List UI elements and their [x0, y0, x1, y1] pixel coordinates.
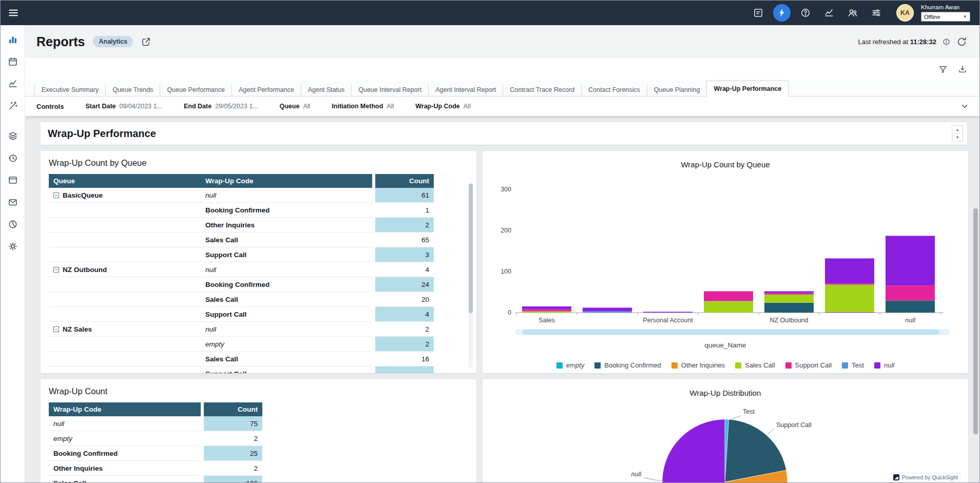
report-tab[interactable]: Wrap-Up Performance	[706, 81, 789, 96]
pivot-row: Booking Confirmed24	[49, 277, 468, 292]
settings-sliders-button[interactable]	[868, 4, 885, 22]
queue-cell	[49, 337, 201, 352]
queue-cell	[49, 233, 201, 247]
report-tab[interactable]: Agent Interval Report	[428, 84, 503, 96]
filter-name: Wrap-Up Code	[415, 103, 460, 110]
x-axis-title: queue_Name	[491, 341, 960, 349]
layers-icon	[8, 131, 18, 141]
filter-icon	[938, 65, 948, 74]
legend-item[interactable]: Test	[842, 361, 864, 369]
svg-text:null: null	[905, 317, 916, 324]
sidebar-item-mail[interactable]	[4, 193, 22, 211]
filter-button[interactable]	[938, 65, 948, 74]
wrapup-code-cell: Booking Confirmed	[201, 203, 372, 218]
report-tab[interactable]: Agent Performance	[232, 84, 301, 96]
column-header-wrapup-code[interactable]: Wrap-Up Code	[49, 402, 201, 416]
help-button[interactable]	[797, 4, 814, 22]
report-tab[interactable]: Queue Trends	[105, 84, 160, 96]
metrics-button[interactable]	[820, 4, 838, 22]
queue-cell	[49, 203, 201, 218]
legend-item[interactable]: Support Call	[785, 361, 832, 369]
sidebar-item-layers[interactable]	[4, 127, 22, 145]
legend-item[interactable]: null	[874, 361, 894, 369]
wrapup-code-cell: Booking Confirmed	[201, 277, 372, 292]
svg-text:0: 0	[508, 309, 511, 316]
report-tab[interactable]: Agent Status	[301, 84, 352, 96]
controls-collapse-button[interactable]	[960, 102, 969, 111]
report-tab[interactable]: Queue Planning	[647, 84, 707, 96]
queue-cell	[49, 366, 201, 373]
report-container: Executive SummaryQueue TrendsQueue Perfo…	[25, 58, 979, 482]
help-icon	[800, 8, 811, 18]
table-header: Wrap-Up Code Count	[49, 402, 468, 416]
queue-cell	[49, 247, 201, 262]
scroll-down-icon[interactable]: ▼	[952, 134, 963, 142]
report-tab[interactable]: Contract Trace Record	[503, 84, 581, 96]
legend-item[interactable]: Sales Call	[735, 361, 775, 369]
sidebar-item-magic-wand[interactable]	[4, 96, 22, 115]
chart-hscrollbar-thumb[interactable]	[523, 330, 939, 335]
queue-cell	[49, 352, 201, 366]
table-row: Booking Confirmed25	[49, 446, 468, 461]
wrapup-code-cell: Sales Call	[201, 233, 372, 247]
report-tab[interactable]: Contact Forensics	[581, 84, 647, 96]
table-scrollbar[interactable]	[469, 183, 473, 368]
collapse-icon[interactable]	[53, 267, 59, 273]
column-header-count[interactable]: Count	[204, 402, 262, 416]
analytics-flash-button[interactable]	[773, 4, 791, 22]
avatar[interactable]: KA	[896, 4, 914, 22]
report-tab[interactable]: Queue Performance	[160, 84, 232, 96]
column-header-queue[interactable]: Queue	[49, 174, 201, 188]
count-cell: 2	[375, 218, 434, 233]
sidebar-item-donut-chart[interactable]	[4, 215, 22, 234]
sidebar-item-gear[interactable]	[4, 237, 22, 256]
chart-legend: emptyBooking ConfirmedOther InquiriesSal…	[491, 361, 960, 369]
card-wrapup-distribution: Wrap-Up Distribution TestSupport Callnul…	[483, 379, 968, 482]
column-header-wrapup-code[interactable]: Wrap-Up Code	[201, 174, 372, 188]
collapse-icon[interactable]	[53, 326, 59, 332]
notes-button[interactable]	[750, 4, 767, 22]
card-wrapup-count-by-queue-chart: Wrap-Up Count by Queue 0100200300SalesPe…	[483, 151, 968, 373]
legend-item[interactable]: empty	[556, 361, 584, 369]
sidebar-item-calendar[interactable]	[4, 52, 22, 71]
open-in-new-tab-button[interactable]	[141, 37, 151, 47]
dashboard: Wrap-Up Performance ▲ ▼ Wrap-Up Count by…	[25, 116, 979, 482]
chart-hscrollbar[interactable]	[515, 329, 950, 335]
agent-status-select[interactable]: Offline ▼	[921, 12, 970, 22]
users-button[interactable]	[844, 4, 861, 22]
report-tabs: Executive SummaryQueue TrendsQueue Perfo…	[25, 81, 979, 96]
pivot-table-header: Queue Wrap-Up Code Count	[49, 174, 468, 188]
count-cell: 20	[375, 292, 434, 307]
control-filter[interactable]: Wrap-Up CodeAll	[415, 103, 470, 110]
legend-item[interactable]: Other Inquiries	[671, 361, 725, 369]
control-filter[interactable]: QueueAll	[280, 103, 311, 110]
export-button[interactable]	[958, 65, 967, 74]
report-tab[interactable]: Queue Interval Report	[351, 84, 428, 96]
control-filter[interactable]: Initiation MethodAll	[332, 103, 394, 110]
table-scrollbar-thumb[interactable]	[469, 184, 473, 313]
sidebar-item-bar-chart[interactable]	[4, 30, 22, 49]
scroll-up-icon[interactable]: ▲	[952, 126, 963, 134]
sheet-scroll-widget[interactable]: ▲ ▼	[952, 125, 963, 142]
control-filter[interactable]: Start Date09/04/2023 1...	[85, 103, 162, 110]
sidebar-item-line-chart[interactable]	[4, 74, 22, 93]
pivot-row: NZ Outboundnull4	[49, 262, 468, 277]
page-scrollbar-thumb[interactable]	[973, 208, 978, 434]
pivot-row: Other Inquiries2	[49, 218, 468, 233]
legend-label: Other Inquiries	[681, 361, 725, 369]
count-cell: 106	[204, 476, 262, 482]
refresh-button[interactable]	[956, 36, 967, 47]
page-scrollbar[interactable]	[973, 207, 978, 480]
count-cell: 2	[375, 322, 434, 337]
control-filter[interactable]: End Date29/05/2023 1...	[184, 103, 258, 110]
column-header-count[interactable]: Count	[375, 174, 434, 188]
count-cell: 25	[204, 446, 262, 461]
hamburger-menu-button[interactable]	[8, 7, 19, 18]
sidebar-item-window[interactable]	[4, 171, 22, 189]
refresh-info-button[interactable]	[943, 38, 950, 46]
collapse-icon[interactable]	[53, 192, 59, 198]
main-content: Reports Analytics Last refreshed at 11:2…	[25, 25, 979, 482]
sidebar-item-history[interactable]	[4, 149, 22, 167]
report-tab[interactable]: Executive Summary	[34, 84, 105, 96]
legend-item[interactable]: Booking Confirmed	[594, 361, 661, 369]
